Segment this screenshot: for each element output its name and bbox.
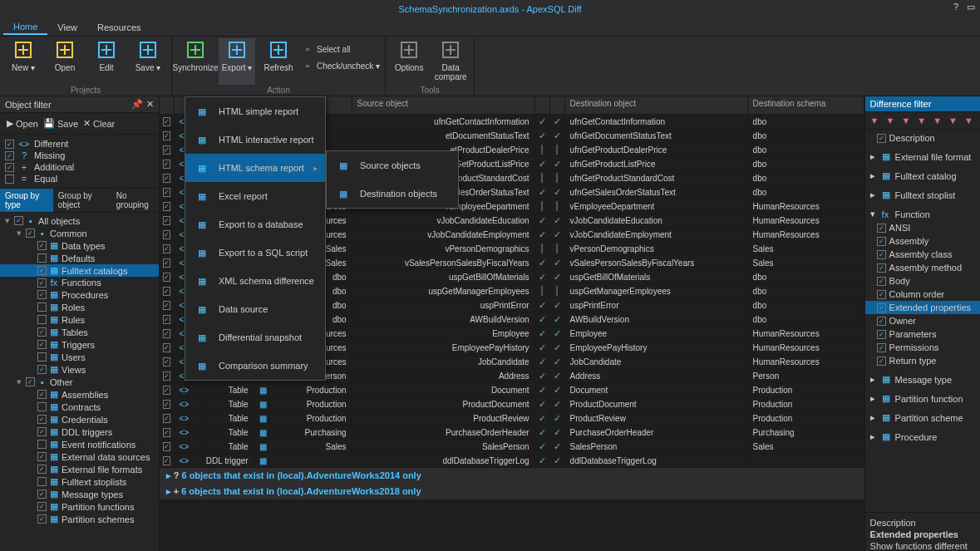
diff-procedure[interactable]: ▸▦Procedure bbox=[865, 430, 980, 444]
grid-row[interactable]: ✓<>Table▦ProductionDocument✓✓DocumentPro… bbox=[160, 383, 864, 397]
diff-parameters[interactable]: ✓Parameters bbox=[865, 327, 980, 341]
tab-group-by-object[interactable]: Group by object bbox=[53, 189, 111, 212]
tree-partition-functions[interactable]: ✓▦Partition functions bbox=[0, 500, 159, 513]
tree-tables[interactable]: ✓▦Tables bbox=[0, 326, 159, 338]
bookmark-icon[interactable]: ▼ bbox=[886, 116, 895, 125]
tree-assemblies[interactable]: ✓▦Assemblies bbox=[0, 388, 159, 401]
restore-icon[interactable]: ▭ bbox=[967, 2, 975, 12]
filter-different[interactable]: ✓<>Different bbox=[5, 138, 154, 150]
datacompare-button[interactable]: Data compare bbox=[432, 38, 469, 85]
filter2-icon[interactable]: ▼ bbox=[901, 116, 910, 125]
diff-extended-properties[interactable]: ✓Extended properties bbox=[865, 301, 980, 314]
tree-partition-schemes[interactable]: ✓▦Partition schemes bbox=[0, 513, 159, 525]
col-10[interactable]: Destination schema bbox=[748, 96, 864, 114]
diff-description[interactable]: ✓Description bbox=[865, 131, 980, 145]
export-export-to-a-sql-script[interactable]: ▦Export to a SQL script bbox=[185, 239, 325, 267]
diff-external-file-format[interactable]: ▸▦External file format bbox=[865, 150, 980, 164]
export-button[interactable]: Export ▾ bbox=[219, 38, 255, 85]
close-icon[interactable]: ✕ bbox=[146, 99, 154, 110]
tab-home[interactable]: Home bbox=[3, 20, 47, 35]
diff-assembly[interactable]: ✓Assembly bbox=[865, 234, 980, 248]
tree-external-data-sources[interactable]: ✓▦External data sources bbox=[0, 450, 159, 463]
tree-users[interactable]: ▦Users bbox=[0, 351, 159, 363]
tree-message-types[interactable]: ✓▦Message types bbox=[0, 488, 159, 500]
col-6[interactable]: Source object bbox=[352, 96, 535, 114]
of-save[interactable]: 💾Save bbox=[43, 118, 78, 129]
tree-common[interactable]: ▾✓▪Common bbox=[0, 227, 159, 239]
diff-assembly-method[interactable]: ✓Assembly method bbox=[865, 261, 980, 274]
grid-row[interactable]: ✓<>DDL trigger▦ddlDatabaseTriggerLog✓✓dd… bbox=[160, 454, 864, 468]
export-html-simple-report[interactable]: ▦HTML simple report bbox=[185, 97, 325, 125]
tab-resources[interactable]: Resources bbox=[87, 21, 151, 34]
export-export-to-a-database[interactable]: ▦Export to a database bbox=[185, 210, 325, 239]
filter-additional[interactable]: ✓+Additional bbox=[5, 161, 154, 173]
gear-icon[interactable]: ▼ bbox=[964, 116, 973, 125]
selectall-button[interactable]: ▫Select all bbox=[302, 42, 380, 57]
diff-ansi[interactable]: ✓ANSI bbox=[865, 221, 980, 234]
grid-row[interactable]: ✓<>Table▦ProductionProductDocument✓✓Prod… bbox=[160, 397, 864, 411]
tree-triggers[interactable]: ✓▦Triggers bbox=[0, 338, 159, 351]
group-row[interactable]: ▸ ? 6 objects that exist in (local).Adve… bbox=[160, 468, 864, 484]
export-differential-snapshot[interactable]: ▦Differential snapshot bbox=[185, 323, 325, 352]
grid-row[interactable]: ✓<>Table▦PurchasingPurchaseOrderHeader✓✓… bbox=[160, 426, 864, 440]
tree-rules[interactable]: ▦Rules bbox=[0, 313, 159, 326]
diff-fulltext-stoplist[interactable]: ▸▦Fulltext stoplist bbox=[865, 188, 980, 202]
edit-button[interactable]: Edit bbox=[88, 38, 125, 85]
grid-row[interactable]: ✓<>Table▦SalesSalesPerson✓✓SalesPersonSa… bbox=[160, 440, 864, 454]
new-button[interactable]: New ▾ bbox=[5, 38, 42, 85]
export-data-source[interactable]: ▦Data source bbox=[185, 295, 325, 323]
diff-message-type[interactable]: ▸▦Message type bbox=[865, 372, 980, 386]
tree-fulltext-stoplists[interactable]: ▦Fulltext stoplists bbox=[0, 475, 159, 488]
diff-partition-function[interactable]: ▸▦Partition function bbox=[865, 391, 980, 406]
refresh-button[interactable]: Refresh bbox=[260, 38, 297, 85]
export-comparison-summary[interactable]: ▦Comparison summary bbox=[185, 352, 325, 380]
save-button[interactable]: Save ▾ bbox=[130, 38, 166, 85]
diff-partition-scheme[interactable]: ▸▦Partition scheme bbox=[865, 411, 980, 425]
diff-column-order[interactable]: ✓Column order bbox=[865, 288, 980, 301]
col-0[interactable] bbox=[160, 96, 175, 114]
export-html-interactive-report[interactable]: ▦HTML interactive report bbox=[185, 125, 325, 154]
tree-event-notifications[interactable]: ▦Event notifications bbox=[0, 438, 159, 450]
tree-roles[interactable]: ▦Roles bbox=[0, 301, 159, 313]
grid-row[interactable]: ✓<>Table▦ProductionProductReview✓✓Produc… bbox=[160, 411, 864, 426]
tree-ddl-triggers[interactable]: ✓▦DDL triggers bbox=[0, 426, 159, 438]
sub-destination-objects[interactable]: ▦Destination objects bbox=[327, 180, 458, 208]
tree-functions[interactable]: ✓fxFunctions bbox=[0, 277, 159, 288]
of-open[interactable]: ▶Open bbox=[7, 118, 38, 129]
tree-data-types[interactable]: ✓▦Data types bbox=[0, 239, 159, 252]
diff-return-type[interactable]: ✓Return type bbox=[865, 354, 980, 367]
export-html-schema-report[interactable]: ▦HTML schema report▸ bbox=[185, 154, 325, 182]
tree-views[interactable]: ✓▦Views bbox=[0, 363, 159, 376]
col-7[interactable] bbox=[535, 96, 550, 114]
filter-equal[interactable]: =Equal bbox=[5, 173, 154, 184]
tree-procedures[interactable]: ✓▦Procedures bbox=[0, 288, 159, 301]
tree-external-file-formats[interactable]: ✓▦External file formats bbox=[0, 463, 159, 475]
col-9[interactable]: Destination object bbox=[565, 96, 748, 114]
tree-other[interactable]: ▾✓▪Other bbox=[0, 376, 159, 388]
tab-view[interactable]: View bbox=[47, 21, 87, 34]
diff-assembly-class[interactable]: ✓Assembly class bbox=[865, 248, 980, 261]
sub-source-objects[interactable]: ▦Source objects bbox=[327, 151, 458, 180]
tree-defaults[interactable]: ▦Defaults bbox=[0, 252, 159, 264]
open-button[interactable]: Open bbox=[47, 38, 83, 85]
diff-function[interactable]: ▾fxFunction bbox=[865, 207, 980, 221]
diff-body[interactable]: ✓Body bbox=[865, 274, 980, 288]
tree-fulltext-catalogs[interactable]: ✓▦Fulltext catalogs bbox=[0, 264, 159, 277]
refresh-icon[interactable]: ▼ bbox=[948, 116, 958, 125]
diff-permissions[interactable]: ✓Permissions bbox=[865, 341, 980, 354]
diff-owner[interactable]: ✓Owner bbox=[865, 314, 980, 327]
filter-missing[interactable]: ✓?Missing bbox=[5, 150, 154, 161]
export-excel-report[interactable]: ▦Excel report bbox=[185, 182, 325, 210]
tab-no-grouping[interactable]: No grouping bbox=[111, 189, 159, 212]
tree-all-objects[interactable]: ▾✓▪All objects bbox=[0, 214, 159, 227]
funnel-icon[interactable]: ▼ bbox=[933, 116, 942, 125]
synchronize-button[interactable]: Synchronize bbox=[177, 38, 214, 85]
pin-icon[interactable]: 📌 bbox=[131, 99, 143, 110]
col-8[interactable] bbox=[550, 96, 565, 114]
tree-contracts[interactable]: ▦Contracts bbox=[0, 401, 159, 413]
options-button[interactable]: Options bbox=[391, 38, 427, 85]
tab-group-by-type[interactable]: Group by type bbox=[0, 189, 53, 212]
help-icon[interactable]: ? bbox=[953, 2, 958, 12]
group-row[interactable]: ▸ + 6 objects that exist in (local).Adve… bbox=[160, 484, 864, 499]
export-xml-schema-difference[interactable]: ▦XML schema difference bbox=[185, 267, 325, 295]
